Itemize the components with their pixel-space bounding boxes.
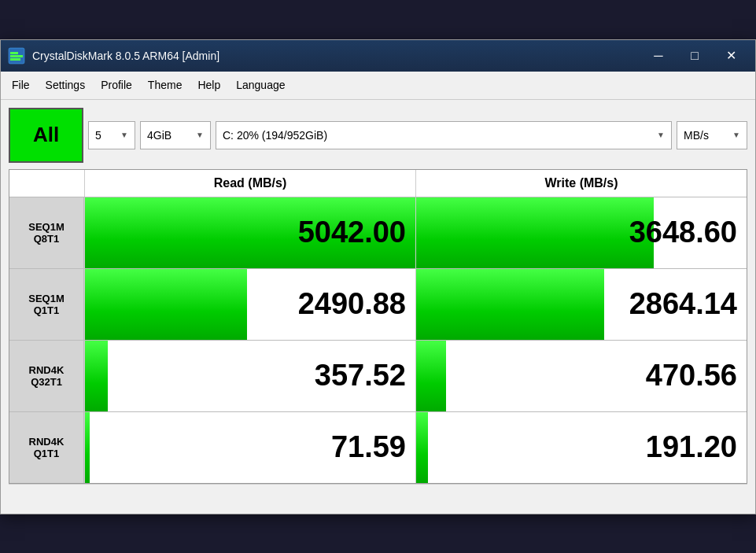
- window-title: CrystalDiskMark 8.0.5 ARM64 [Admin]: [32, 50, 640, 62]
- write-cell-2: 470.56: [415, 341, 747, 411]
- svg-rect-2: [10, 52, 18, 54]
- menu-file[interactable]: File: [4, 76, 38, 94]
- minimize-button[interactable]: ─: [640, 40, 677, 72]
- app-icon: [7, 46, 26, 65]
- read-value-3: 71.59: [331, 430, 406, 464]
- read-bar-2: [85, 341, 108, 411]
- unit-dropdown[interactable]: MB/s ▼: [677, 121, 747, 149]
- unit-arrow: ▼: [732, 131, 740, 139]
- drive-dropdown[interactable]: C: 20% (194/952GiB) ▼: [216, 121, 672, 149]
- title-bar: CrystalDiskMark 8.0.5 ARM64 [Admin] ─ □ …: [1, 40, 755, 72]
- table-row: SEQ1M Q8T1 5042.00 3648.60: [9, 197, 747, 268]
- table-row: RND4K Q1T1 71.59 191.20: [9, 411, 747, 483]
- row-label1-0: SEQ1M: [28, 221, 65, 233]
- grid-header: Read (MB/s) Write (MB/s): [9, 170, 747, 197]
- drive-arrow: ▼: [657, 131, 665, 139]
- read-cell-1: 2490.88: [84, 269, 415, 340]
- write-bar-1: [416, 269, 604, 340]
- write-cell-3: 191.20: [415, 412, 747, 483]
- write-value-0: 3648.60: [629, 216, 737, 249]
- write-value-1: 2864.14: [629, 287, 737, 321]
- menu-settings[interactable]: Settings: [38, 76, 94, 94]
- row-label2-1: Q1T1: [34, 304, 60, 316]
- maximize-button[interactable]: □: [677, 40, 713, 72]
- menu-help[interactable]: Help: [190, 76, 228, 94]
- row-label1-1: SEQ1M: [28, 293, 65, 304]
- read-value-1: 2490.88: [298, 287, 406, 321]
- row-label2-3: Q1T1: [34, 448, 60, 459]
- read-value-2: 357.52: [315, 359, 406, 393]
- write-value-3: 191.20: [646, 430, 737, 464]
- close-button[interactable]: ✕: [713, 40, 749, 72]
- read-value-0: 5042.00: [298, 216, 406, 249]
- header-read: Read (MB/s): [84, 170, 415, 197]
- write-value-2: 470.56: [646, 359, 737, 393]
- drive-value: C: 20% (194/952GiB): [223, 129, 327, 142]
- num-dropdown[interactable]: 5 ▼: [88, 121, 135, 149]
- app-window: CrystalDiskMark 8.0.5 ARM64 [Admin] ─ □ …: [0, 39, 756, 514]
- read-bar-1: [85, 269, 247, 340]
- row-label2-2: Q32T1: [31, 376, 62, 388]
- svg-rect-1: [10, 55, 23, 57]
- size-arrow: ▼: [196, 131, 204, 139]
- read-cell-0: 5042.00: [84, 197, 415, 268]
- row-label1-2: RND4K: [29, 364, 65, 376]
- controls-dropdowns: 5 ▼ 4GiB ▼ C: 20% (194/952GiB) ▼ MB/s ▼: [88, 108, 747, 163]
- results-grid: Read (MB/s) Write (MB/s) SEQ1M Q8T1 5042…: [9, 169, 747, 484]
- row-label2-0: Q8T1: [34, 233, 60, 245]
- write-bar-2: [416, 341, 446, 411]
- controls-row: All 5 ▼ 4GiB ▼ C: 20% (194/952GiB) ▼ MB/…: [9, 108, 747, 163]
- num-arrow: ▼: [120, 131, 128, 139]
- status-bar: [9, 484, 747, 506]
- read-cell-2: 357.52: [84, 341, 415, 411]
- header-empty: [9, 170, 84, 197]
- all-button[interactable]: All: [9, 108, 83, 163]
- write-bar-0: [416, 197, 654, 268]
- write-cell-0: 3648.60: [415, 197, 747, 268]
- num-value: 5: [95, 129, 101, 142]
- row-label-seq1m-q8t1: SEQ1M Q8T1: [9, 197, 84, 268]
- menu-language[interactable]: Language: [228, 76, 293, 94]
- read-cell-3: 71.59: [84, 412, 415, 483]
- main-content: All 5 ▼ 4GiB ▼ C: 20% (194/952GiB) ▼ MB/…: [1, 100, 755, 514]
- write-bar-3: [416, 412, 428, 483]
- read-bar-3: [85, 412, 90, 483]
- size-dropdown[interactable]: 4GiB ▼: [140, 121, 211, 149]
- menu-profile[interactable]: Profile: [93, 76, 140, 94]
- svg-rect-3: [10, 58, 20, 61]
- row-label-seq1m-q1t1: SEQ1M Q1T1: [9, 269, 84, 340]
- write-cell-1: 2864.14: [415, 269, 747, 340]
- header-write: Write (MB/s): [415, 170, 747, 197]
- table-row: RND4K Q32T1 357.52 470.56: [9, 340, 747, 411]
- row-label1-3: RND4K: [29, 436, 65, 448]
- window-controls: ─ □ ✕: [640, 40, 749, 72]
- menu-bar: File Settings Profile Theme Help Languag…: [1, 72, 755, 100]
- unit-value: MB/s: [684, 129, 709, 142]
- menu-theme[interactable]: Theme: [140, 76, 190, 94]
- row-label-rnd4k-q32t1: RND4K Q32T1: [9, 341, 84, 411]
- row-label-rnd4k-q1t1: RND4K Q1T1: [9, 412, 84, 483]
- size-value: 4GiB: [147, 129, 171, 142]
- table-row: SEQ1M Q1T1 2490.88 2864.14: [9, 268, 747, 340]
